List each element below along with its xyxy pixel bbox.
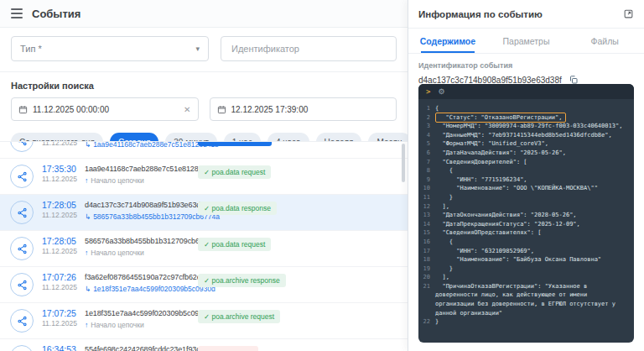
json-viewer: > ⚙ 1{ 2 "Статус": "ОтказаноВРегистрации… [418, 84, 634, 343]
event-time: 17:28:05 [42, 200, 76, 210]
event-row[interactable]: 11.12.2025 ↳1aa9e41168c7aeb288e7c51e8128… [0, 141, 408, 159]
line-number: 14 [422, 220, 435, 229]
prompt-icon[interactable]: > [426, 88, 430, 96]
event-time: 17:35:30 [42, 164, 76, 174]
chain-start-arrow-icon: ↑ [85, 321, 88, 329]
chain-start-label: Начало цепочки [91, 249, 144, 257]
code-line: 17 "ИНН": "632109852969", [422, 247, 627, 256]
code-line: 20 ], [422, 273, 627, 282]
chain-start-arrow-icon: ↑ [85, 249, 88, 257]
event-status-badge: ✓ poa.data request [198, 165, 271, 179]
tab-files[interactable]: Файлы [565, 29, 644, 53]
tab-parameters[interactable]: Параметры [487, 29, 566, 53]
detail-panel-title: Информация по событию [418, 9, 543, 19]
line-number: 19 [422, 265, 435, 274]
line-number: 1 [422, 104, 435, 113]
chain-link-icon [10, 201, 34, 224]
identifier-field-wrap [221, 36, 397, 61]
event-id-text: 586576a33b8b455bb1b312709cb6774a [85, 237, 216, 245]
identifier-input[interactable] [230, 43, 387, 55]
event-date: 11.12.2025 [42, 247, 77, 255]
chevron-down-icon: ▾ [195, 45, 200, 53]
code-line: 8 { [422, 166, 627, 176]
line-number: 22 [422, 317, 435, 327]
chain-link-icon [10, 141, 34, 152]
event-date: 11.12.2025 [42, 141, 77, 147]
chain-start-arrow-icon: ↑ [85, 176, 88, 185]
event-id-text: f3a62ef08786455190a72c97cfb62efe [85, 273, 207, 281]
event-time: 16:34:53 [42, 344, 76, 351]
line-number: 13 [422, 211, 435, 220]
code-line: 7 "СведенияДоверителей": [ [422, 158, 627, 167]
code-line: 5 "ФорматМЧД": "Unified_coreV3", [422, 139, 627, 149]
expand-icon[interactable] [623, 8, 634, 19]
event-time: 17:28:05 [42, 236, 76, 246]
line-number: 11 [422, 193, 435, 202]
event-row[interactable]: 17:35:30 11.12.2025 1aa9e41168c7aeb288e7… [0, 159, 408, 195]
code-line: 4 "ДанныеМЧД": "7eb9371415344ebd8b5ed143… [422, 131, 627, 140]
event-date: 11.12.2025 [42, 319, 77, 327]
event-status-badge [198, 141, 272, 146]
event-id-text: 1aa9e41168c7aeb288e7c51e8128d41b [85, 165, 215, 173]
line-number: 12 [422, 202, 435, 212]
event-status-badge [198, 346, 258, 351]
event-id-text: 1e18f351e7aa4c599f020309b5c0930d [85, 309, 211, 317]
event-status-badge: ✓ poa.data response [198, 202, 277, 215]
code-line: 10 "Наименование": "ООО \"КОПЕЙКА-МОСКВА… [422, 184, 627, 193]
line-number: 6 [422, 149, 435, 158]
code-line: 13 "ДатаОкончанияДействия": "2028-05-26"… [422, 211, 627, 220]
line-number: 5 [422, 139, 435, 149]
json-code: 1{ 2 "Статус": "ОтказаноВРегистрации", 3… [418, 99, 634, 332]
line-number: 15 [422, 228, 435, 238]
event-row[interactable]: 17:07:25 11.12.2025 1e18f351e7aa4c599f02… [0, 303, 408, 339]
chain-start-label: Начало цепочки [91, 176, 144, 185]
clear-date-icon[interactable]: ✕ [184, 105, 190, 114]
page-title: События [32, 8, 80, 20]
line-number: 9 [422, 176, 435, 185]
line-number: 2 [422, 113, 435, 123]
event-row[interactable]: 17:28:05 11.12.2025 586576a33b8b455bb1b3… [0, 231, 408, 267]
app-header: События [0, 0, 408, 28]
code-line: 19 } [422, 265, 627, 274]
line-number: 21 [422, 282, 435, 317]
json-viewer-toolbar: > ⚙ [418, 84, 634, 99]
event-status-badge: ✓ poa.data request [198, 238, 271, 251]
menu-icon[interactable] [11, 8, 23, 18]
tab-content[interactable]: Содержимое [408, 29, 487, 53]
detail-tabs: Содержимое Параметры Файлы [408, 29, 644, 54]
event-detail-panel: Информация по событию Содержимое Парамет… [408, 0, 644, 351]
line-number: 20 [422, 273, 435, 282]
event-row-selected[interactable]: 17:28:05 11.12.2025 d4ac137c3c714b908a9f… [0, 195, 408, 231]
calendar-icon [18, 105, 28, 114]
event-id-label: Идентификатор события [418, 61, 634, 70]
event-date: 11.12.2025 [42, 283, 77, 291]
chain-start-label: Начало цепочки [91, 321, 144, 329]
parent-event-link[interactable]: 1e18f351e7aa4c599f020309b5c0930d [93, 285, 216, 293]
event-status-badge: ✓ poa.archive request [198, 310, 280, 323]
list-scrollbar-thumb[interactable] [402, 144, 405, 182]
event-time: 17:07:25 [42, 308, 76, 318]
line-number: 7 [422, 158, 435, 167]
code-line: 15 "СведенияОПредставителях": [ [422, 228, 627, 238]
chain-link-icon [10, 237, 34, 260]
filter-row: Тип * ▾ [0, 28, 408, 72]
search-settings-title: Настройки поиска [0, 72, 408, 94]
event-type-select[interactable]: Тип * ▾ [11, 36, 209, 61]
event-row[interactable]: 16:34:53 554fe698c24242689fcddc23e1f93cb… [0, 339, 408, 351]
line-number: 8 [422, 166, 435, 176]
code-line: 3 "НомерМЧД": "30090974-ab89-29fc-f003-0… [422, 122, 627, 131]
calendar-icon [217, 105, 226, 114]
date-from-input[interactable]: 11.12.2025 00:00:00 ✕ [11, 97, 199, 121]
event-id-text: 554fe698c24242689fcddc23e1f93cb4 [85, 345, 208, 351]
code-line: 22} [422, 317, 627, 327]
event-row[interactable]: 17:07:26 11.12.2025 f3a62ef08786455190a7… [0, 267, 408, 303]
chain-arrow-icon: ↳ [85, 212, 91, 221]
date-to-input[interactable]: 12.12.2025 17:39:00 [210, 97, 397, 121]
wrench-icon[interactable]: ⚙ [438, 88, 444, 96]
event-date: 11.12.2025 [42, 175, 77, 183]
code-line: 21 "ПричинаОтказаВРегистрации": "Указанн… [422, 282, 627, 317]
detail-panel-header: Информация по событию [408, 0, 644, 29]
event-time: 17:07:26 [42, 272, 76, 282]
line-number: 3 [422, 122, 435, 131]
event-type-select-label: Тип * [20, 44, 42, 54]
